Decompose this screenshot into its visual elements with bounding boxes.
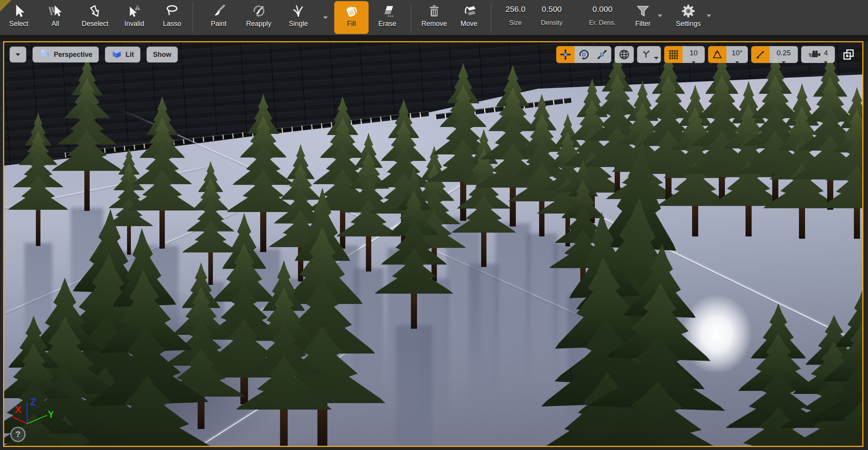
transform-gizmo-group (556, 46, 612, 63)
tree-foliage-layer (8, 175, 68, 210)
deselect-button[interactable]: Deselect (78, 0, 112, 35)
settings-menu[interactable]: Settings (672, 0, 711, 35)
chevron-down-icon (654, 57, 659, 59)
fill-tool-button[interactable]: Fill (334, 1, 369, 34)
view-mode-label: Perspective (54, 51, 92, 59)
rotate-mode-button[interactable] (575, 46, 593, 63)
toolbar-separator (192, 2, 193, 33)
grid-icon (668, 49, 679, 60)
coordinate-space-group (614, 46, 634, 63)
chevron-down-icon (16, 53, 20, 56)
rotation-snap-value-button[interactable]: 10° (726, 46, 748, 63)
camera-speed-value: 4 (824, 49, 828, 56)
lighting-mode-button[interactable]: Lit (105, 47, 140, 63)
foliage-toolbar: Select All Deselect (0, 0, 868, 35)
hollow-arrow-down-icon (87, 3, 103, 19)
tree-reflection (469, 264, 499, 419)
z-axis-label: Z (30, 396, 36, 408)
grid-snap-group: 10 (664, 46, 705, 63)
scale-snap-value-button[interactable]: 0.25 (770, 46, 798, 63)
brush-size-field[interactable]: 256.0 Size (498, 0, 533, 35)
remove-instances-button[interactable]: Remove (417, 0, 452, 35)
show-label: Show (153, 51, 171, 59)
active-tab-corner-marker (0, 0, 11, 11)
cursor-icon (11, 3, 26, 19)
translate-mode-button[interactable] (556, 46, 575, 63)
rotate-icon (577, 48, 590, 61)
scale-snap-icon (755, 49, 766, 60)
rotation-snap-group: 10° (708, 46, 748, 63)
surface-snapping-button[interactable] (637, 46, 661, 63)
reapply-tool-button[interactable]: Reapply (241, 0, 276, 35)
paint-density-field[interactable]: 0.500 Density (533, 0, 570, 35)
chevron-down-icon (735, 61, 739, 63)
camera-speed-icon (808, 48, 821, 61)
chevron-down-icon (692, 61, 696, 63)
rotation-snap-icon (711, 48, 723, 61)
tree (820, 87, 864, 208)
trash-icon (427, 3, 442, 19)
chevron-down-icon (707, 14, 711, 17)
paint-bucket-icon (343, 3, 359, 19)
question-mark-glyph: ? (15, 429, 20, 439)
maximize-viewport-button[interactable] (842, 48, 855, 61)
camera-speed-group: 4 (801, 46, 835, 63)
grid-snap-value-button[interactable]: 10 (683, 46, 705, 63)
scale-icon (596, 48, 609, 61)
unreal-editor-window: Select All Deselect (0, 0, 868, 450)
erase-tool-button[interactable]: Erase (372, 0, 403, 35)
select-invalid-button[interactable]: Invalid (118, 0, 150, 35)
y-axis-label: Y (48, 408, 53, 420)
maximize-icon (842, 48, 855, 61)
level-viewport[interactable]: Perspective Lit Show (3, 41, 863, 447)
scale-snap-value: 0.25 (777, 49, 791, 56)
move-to-level-button[interactable]: Move (454, 0, 484, 35)
lasso-select-button[interactable]: Lasso (157, 0, 187, 35)
tree (375, 167, 453, 294)
world-local-toggle-button[interactable] (615, 46, 634, 63)
tree (800, 288, 863, 447)
globe-icon (618, 48, 631, 61)
camera-speed-button[interactable]: 4 (801, 46, 835, 63)
filter-menu[interactable]: Filter (630, 0, 662, 35)
rotation-snap-toggle-button[interactable] (708, 46, 726, 63)
viewport-topright-controls: 10 10° (556, 46, 855, 63)
grid-snap-toggle-button[interactable] (664, 46, 683, 63)
brush-options-dropdown[interactable] (320, 0, 331, 35)
lasso-icon (164, 3, 180, 19)
viewport-options-dropdown[interactable] (10, 47, 26, 63)
rotation-snap-value: 10° (732, 49, 743, 56)
eraser-icon (380, 3, 395, 19)
translate-icon (559, 48, 572, 61)
tree-foliage-layer (236, 356, 332, 410)
scale-mode-button[interactable] (593, 46, 611, 63)
single-instance-tool-button[interactable]: Single (283, 0, 314, 35)
tree-foliage-layer (452, 195, 516, 233)
chevron-down-icon (782, 61, 786, 63)
multi-cursor-icon (48, 3, 63, 19)
toolbar-separator (411, 2, 411, 33)
view-mode-perspective-button[interactable]: Perspective (32, 47, 99, 63)
tree (236, 260, 332, 410)
scale-snap-toggle-button[interactable] (751, 46, 770, 63)
scene-3d (3, 41, 863, 447)
paint-tool-button[interactable]: Paint (203, 0, 234, 35)
select-all-button[interactable]: All (44, 0, 66, 35)
show-flags-button[interactable]: Show (147, 47, 178, 63)
scale-snap-group: 0.25 (751, 46, 798, 63)
surface-snap-icon (640, 48, 652, 61)
help-button[interactable]: ? (10, 427, 26, 442)
tree-foliage-layer (375, 248, 453, 294)
chevron-down-icon (824, 61, 828, 63)
grid-snap-value: 10 (689, 49, 697, 56)
brush-reapply-icon (251, 3, 266, 19)
cursor-warning-icon (127, 3, 142, 19)
lit-cube-icon (111, 48, 122, 61)
chevron-down-icon (658, 14, 662, 17)
funnel-icon (635, 3, 651, 19)
lighting-mode-label: Lit (126, 51, 134, 59)
viewport-topleft-controls: Perspective Lit Show (10, 47, 178, 63)
surface-snapping-group (637, 46, 661, 63)
erase-density-field[interactable]: 0.000 Er. Dens. (581, 0, 623, 35)
tree-reflection (396, 326, 432, 447)
